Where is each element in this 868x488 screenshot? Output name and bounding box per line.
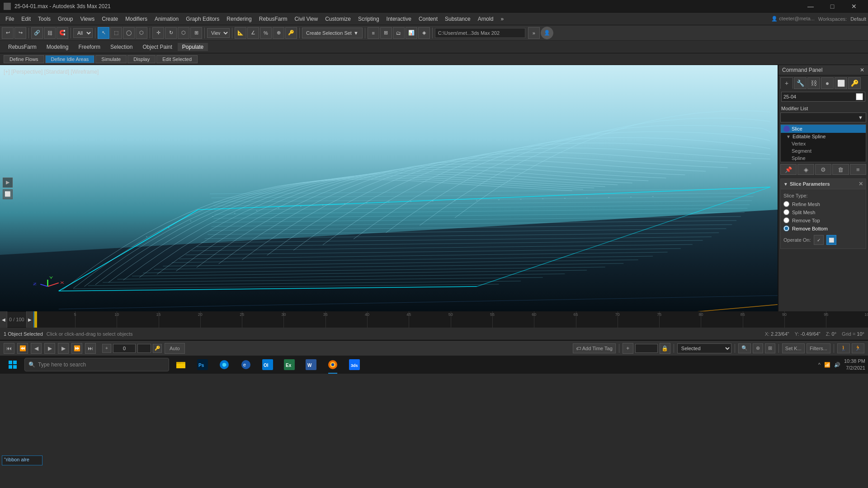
menu-group[interactable]: Group [54,14,76,24]
menu-edit[interactable]: Edit [18,14,34,24]
stack-item-vertex[interactable]: Vertex [781,140,866,147]
named-sets-button[interactable]: ≡ [368,27,379,39]
menu-more[interactable]: » [497,14,507,24]
workspace-default[interactable]: Default [850,16,866,22]
viewport-3d[interactable]: [+] [Perspective] [Standard] [Wireframe]… [0,65,778,311]
goto-start-button[interactable]: ⏮ [4,343,14,354]
add-time-tag-button[interactable]: 🏷 Add Time Tag [573,343,616,353]
frame-number-input[interactable] [113,344,136,353]
unlink-button[interactable]: ⛓ [44,27,56,39]
taskbar-search[interactable]: 🔍 Type here to search [24,358,169,371]
tab-rebusfarm[interactable]: RebusFarm [4,43,41,51]
goto-end-button[interactable]: ⏭ [85,343,96,354]
bind-spacewarp[interactable]: 🧲 [57,27,68,39]
user-account[interactable]: 👤 cteeter@meta... [771,16,814,22]
taskbar-3dsmax[interactable]: 3ds [344,356,364,374]
layer-manager[interactable]: ⊞ [380,27,392,39]
start-button[interactable] [3,357,23,372]
cp-tab-create[interactable]: + [780,77,793,89]
operate-btn-check[interactable]: ✓ [814,235,824,245]
menu-customize[interactable]: Customize [321,14,354,24]
menu-substance[interactable]: Substance [441,14,474,24]
next-frame-button[interactable]: ▶ [58,343,69,354]
stack-delete-button[interactable]: 🗑 [832,164,849,175]
menu-file[interactable]: File [2,14,18,24]
expand-toolbar[interactable]: » [528,27,540,39]
run-button[interactable]: 🏃 [852,343,864,353]
command-panel-close[interactable]: ✕ [860,67,864,73]
rotate-button[interactable]: ↻ [165,27,177,39]
taskbar-photoshop[interactable]: Ps [193,356,212,374]
undo-button[interactable]: ↩ [2,27,14,39]
move-button[interactable]: ✛ [152,27,164,39]
menu-interactive[interactable]: Interactive [383,14,415,24]
scale-button[interactable]: ⬡ [178,27,189,39]
taskbar-ie[interactable]: e [236,356,256,374]
taskbar-edge[interactable] [214,356,234,374]
menu-scripting[interactable]: Scripting [354,14,383,24]
visibility-icon[interactable] [783,126,790,132]
select-fence-button[interactable]: ⬡ [136,27,147,39]
color-swatch[interactable] [856,93,863,100]
add-key-button[interactable]: + [102,344,111,353]
menu-rendering[interactable]: Rendering [223,14,255,24]
key-frame-input[interactable] [635,344,658,353]
cp-tab-modify[interactable]: 🔧 [794,77,807,89]
angle-snap[interactable]: ∠ [247,27,259,39]
timeline-track[interactable]: 0510152025303540455055606570758085909510… [33,311,868,328]
tab-selection[interactable]: Selection [106,43,137,51]
stack-active-button[interactable]: ◈ [797,164,814,175]
spinner-snap[interactable]: ⊕ [273,27,284,39]
play-button[interactable]: ▶ [44,343,55,354]
taskbar-explorer[interactable] [171,356,191,374]
remove-top-radio[interactable] [783,217,789,223]
tray-chevron[interactable]: ^ [818,362,821,367]
object-name-field[interactable]: 25-04 [781,92,865,102]
viewport-mode-button[interactable]: ⬜ [3,189,13,199]
key-mode-toggle[interactable]: 🔑 [153,344,162,353]
filters-button[interactable]: Filters... [807,343,830,353]
tab-display[interactable]: Display [127,55,156,63]
select-region-button[interactable]: ⬚ [110,27,122,39]
menu-civil-view[interactable]: Civil View [291,14,321,24]
stack-pin-button[interactable]: 📌 [780,164,797,175]
create-selection-button[interactable]: Create Selection Set ▼ [302,28,363,38]
tab-freeform[interactable]: Freeform [74,43,105,51]
close-button[interactable]: ✕ [844,0,864,13]
refine-mesh-radio[interactable] [783,201,789,207]
volume-icon[interactable]: 🔊 [834,362,840,368]
menu-animation[interactable]: Animation [151,14,182,24]
modifier-list-dropdown[interactable]: ▼ [780,113,866,122]
percent-snap[interactable]: % [260,27,272,39]
view-dropdown[interactable]: View [207,28,230,38]
select-button[interactable]: ↖ [98,27,109,39]
cp-tab-display[interactable]: ⬜ [835,77,847,89]
taskbar-outlook[interactable]: Ol [258,356,278,374]
maximize-button[interactable]: □ [822,0,843,13]
remove-bottom-radio[interactable] [783,225,789,231]
zoom-button[interactable]: 🔍 [738,343,751,353]
material-editor[interactable]: ◈ [418,27,430,39]
key-mode-button[interactable]: + [623,343,633,354]
cp-tab-motion[interactable]: ● [821,77,834,89]
link-button[interactable]: 🔗 [31,27,43,39]
viewport-play-button[interactable]: ▶ [3,178,13,188]
menu-rebusfarm[interactable]: RebusFarm [255,14,291,24]
tab-define-flows[interactable]: Define Flows [4,55,44,63]
clock-display[interactable]: 10:38 PM 7/2/2021 [844,358,865,372]
menu-create[interactable]: Create [98,14,122,24]
redo-button[interactable]: ↪ [14,27,26,39]
menu-content[interactable]: Content [415,14,441,24]
slice-params-header[interactable]: ▼ Slice Parameters ✕ [781,179,866,189]
snaps-toggle[interactable]: 📐 [235,27,246,39]
zoom-selected-button[interactable]: ⊕ [753,343,763,353]
minimize-button[interactable]: — [800,0,821,13]
tab-object-paint[interactable]: Object Paint [138,43,176,51]
next-key-button[interactable]: ⏩ [71,343,82,354]
selection-filter-dropdown[interactable]: All [73,28,93,38]
menu-arnold[interactable]: Arnold [474,14,497,24]
auto-key-button[interactable]: Auto [165,343,185,354]
menu-graph-editors[interactable]: Graph Editors [182,14,223,24]
cp-tab-utilities[interactable]: 🔑 [848,77,861,89]
split-mesh-radio[interactable] [783,209,789,215]
